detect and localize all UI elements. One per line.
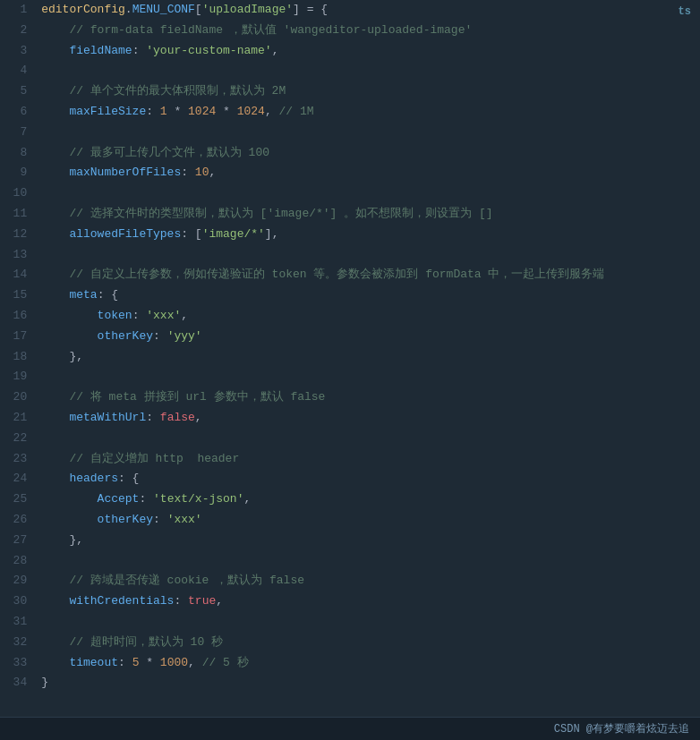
- line-code: editorConfig.MENU_CONF['uploadImage'] = …: [41, 0, 700, 21]
- table-row: 12 allowedFileTypes: ['image/*'],: [0, 225, 700, 245]
- line-code: // 超时时间，默认为 10 秒: [41, 633, 700, 653]
- line-number: 2: [0, 21, 41, 41]
- line-number: 16: [0, 306, 41, 327]
- line-code: // 跨域是否传递 cookie ，默认为 false: [41, 571, 700, 591]
- language-badge: ts: [679, 5, 691, 18]
- line-code: // form-data fieldName ，默认值 'wangeditor-…: [41, 21, 700, 41]
- table-row: 3 fieldName: 'your-custom-name',: [0, 41, 700, 62]
- line-number: 12: [0, 225, 41, 245]
- line-code: meta: {: [41, 285, 700, 306]
- line-code: },: [41, 531, 700, 551]
- line-code: allowedFileTypes: ['image/*'],: [41, 225, 700, 245]
- table-row: 25 Accept: 'text/x-json',: [0, 489, 700, 510]
- line-number: 32: [0, 633, 41, 653]
- line-number: 31: [0, 612, 41, 633]
- line-number: 9: [0, 163, 41, 183]
- line-code: // 自定义增加 http header: [41, 449, 700, 470]
- line-code: // 将 meta 拼接到 url 参数中，默认 false: [41, 387, 700, 408]
- line-number: 26: [0, 510, 41, 531]
- table-row: 17 otherKey: 'yyy': [0, 327, 700, 347]
- line-number: 5: [0, 81, 41, 102]
- table-row: 20 // 将 meta 拼接到 url 参数中，默认 false: [0, 387, 700, 408]
- line-code: [41, 245, 700, 266]
- table-row: 26 otherKey: 'xxx': [0, 510, 700, 531]
- line-number: 1: [0, 0, 41, 21]
- line-number: 4: [0, 61, 41, 81]
- line-number: 17: [0, 327, 41, 347]
- footer-text: CSDN @有梦要嚼着炫迈去追: [554, 723, 689, 736]
- table-row: 2 // form-data fieldName ，默认值 'wangedito…: [0, 21, 700, 41]
- line-number: 7: [0, 123, 41, 143]
- line-code: }: [41, 673, 700, 693]
- line-code: [41, 61, 700, 81]
- line-code: [41, 551, 700, 572]
- line-number: 28: [0, 551, 41, 572]
- line-code: maxNumberOfFiles: 10,: [41, 163, 700, 183]
- table-row: 18 },: [0, 347, 700, 368]
- table-row: 13: [0, 245, 700, 266]
- line-code: // 选择文件时的类型限制，默认为 ['image/*'] 。如不想限制，则设置…: [41, 204, 700, 225]
- line-number: 11: [0, 204, 41, 225]
- line-number: 33: [0, 653, 41, 674]
- line-number: 27: [0, 531, 41, 551]
- table-row: 27 },: [0, 531, 700, 551]
- line-code: // 最多可上传几个文件，默认为 100: [41, 143, 700, 164]
- table-row: 11 // 选择文件时的类型限制，默认为 ['image/*'] 。如不想限制，…: [0, 204, 700, 225]
- table-row: 15 meta: {: [0, 285, 700, 306]
- line-code: maxFileSize: 1 * 1024 * 1024, // 1M: [41, 102, 700, 123]
- line-number: 3: [0, 41, 41, 62]
- table-row: 22: [0, 429, 700, 449]
- line-number: 21: [0, 408, 41, 429]
- line-code: metaWithUrl: false,: [41, 408, 700, 429]
- line-number: 30: [0, 591, 41, 612]
- line-number: 25: [0, 489, 41, 510]
- line-code: [41, 123, 700, 143]
- line-number: 14: [0, 265, 41, 285]
- table-row: 28: [0, 551, 700, 572]
- line-number: 20: [0, 387, 41, 408]
- table-row: 21 metaWithUrl: false,: [0, 408, 700, 429]
- line-number: 23: [0, 449, 41, 470]
- line-code: // 单个文件的最大体积限制，默认为 2M: [41, 81, 700, 102]
- line-code: token: 'xxx',: [41, 306, 700, 327]
- line-code: [41, 429, 700, 449]
- table-row: 1editorConfig.MENU_CONF['uploadImage'] =…: [0, 0, 700, 21]
- line-number: 34: [0, 673, 41, 693]
- footer-bar: CSDN @有梦要嚼着炫迈去追: [0, 717, 700, 740]
- table-row: 16 token: 'xxx',: [0, 306, 700, 327]
- table-row: 30 withCredentials: true,: [0, 591, 700, 612]
- line-number: 6: [0, 102, 41, 123]
- table-row: 9 maxNumberOfFiles: 10,: [0, 163, 700, 183]
- table-row: 29 // 跨域是否传递 cookie ，默认为 false: [0, 571, 700, 591]
- line-code: withCredentials: true,: [41, 591, 700, 612]
- line-code: otherKey: 'xxx': [41, 510, 700, 531]
- line-code: // 自定义上传参数，例如传递验证的 token 等。参数会被添加到 formD…: [41, 265, 700, 285]
- line-number: 22: [0, 429, 41, 449]
- line-number: 8: [0, 143, 41, 164]
- line-code: [41, 183, 700, 204]
- line-code: headers: {: [41, 469, 700, 489]
- table-row: 24 headers: {: [0, 469, 700, 489]
- line-number: 15: [0, 285, 41, 306]
- table-row: 6 maxFileSize: 1 * 1024 * 1024, // 1M: [0, 102, 700, 123]
- table-row: 34}: [0, 673, 700, 693]
- code-editor: ts 1editorConfig.MENU_CONF['uploadImage'…: [0, 0, 700, 693]
- table-row: 23 // 自定义增加 http header: [0, 449, 700, 470]
- line-code: },: [41, 347, 700, 368]
- line-number: 24: [0, 469, 41, 489]
- table-row: 33 timeout: 5 * 1000, // 5 秒: [0, 653, 700, 674]
- line-code: otherKey: 'yyy': [41, 327, 700, 347]
- line-code: Accept: 'text/x-json',: [41, 489, 700, 510]
- line-number: 10: [0, 183, 41, 204]
- code-table: 1editorConfig.MENU_CONF['uploadImage'] =…: [0, 0, 700, 693]
- table-row: 14 // 自定义上传参数，例如传递验证的 token 等。参数会被添加到 fo…: [0, 265, 700, 285]
- line-number: 29: [0, 571, 41, 591]
- line-code: fieldName: 'your-custom-name',: [41, 41, 700, 62]
- table-row: 5 // 单个文件的最大体积限制，默认为 2M: [0, 81, 700, 102]
- line-number: 19: [0, 367, 41, 387]
- table-row: 8 // 最多可上传几个文件，默认为 100: [0, 143, 700, 164]
- line-number: 13: [0, 245, 41, 266]
- table-row: 32 // 超时时间，默认为 10 秒: [0, 633, 700, 653]
- line-number: 18: [0, 347, 41, 368]
- table-row: 10: [0, 183, 700, 204]
